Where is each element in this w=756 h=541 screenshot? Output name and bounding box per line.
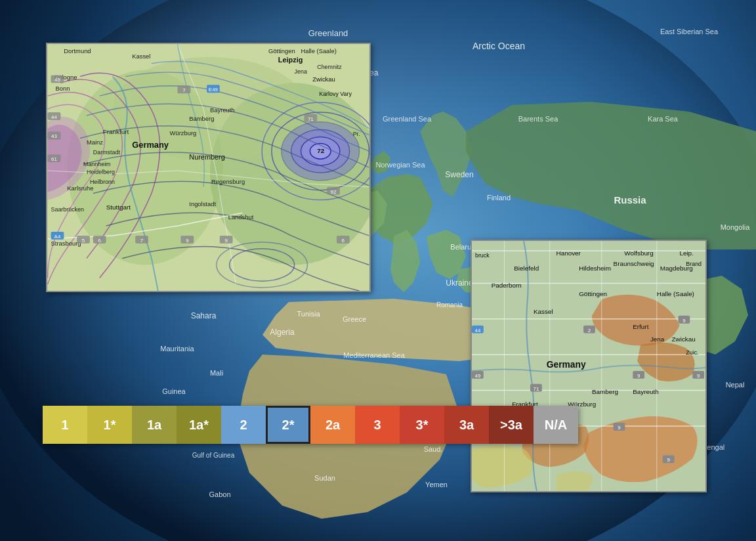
svg-text:71: 71 (534, 386, 539, 392)
label-east-siberian-sea: East Siberian Sea (660, 28, 719, 35)
svg-text:Leipzig: Leipzig (278, 56, 303, 64)
svg-text:44: 44 (475, 328, 481, 334)
svg-text:44: 44 (51, 114, 57, 120)
label-guinea: Guinea (162, 387, 186, 395)
svg-text:Mannheim: Mannheim (83, 161, 111, 167)
legend-item-1astar[interactable]: 1a* (177, 406, 221, 444)
svg-text:49: 49 (475, 373, 481, 379)
svg-text:72: 72 (317, 147, 324, 154)
label-ukraine: Ukraine (446, 278, 473, 288)
svg-text:Wolfsburg: Wolfsburg (624, 249, 653, 257)
svg-text:9: 9 (225, 238, 228, 244)
svg-text:Brand: Brand (686, 261, 702, 267)
legend-item-3a[interactable]: 3a (444, 406, 489, 444)
label-kara-sea: Kara Sea (648, 115, 679, 123)
label-romania: Romania (436, 301, 463, 309)
svg-text:Karlsruhe: Karlsruhe (67, 184, 93, 192)
svg-text:Pr.: Pr. (353, 131, 360, 138)
legend-item-2star[interactable]: 2* (266, 406, 310, 444)
svg-text:Bielefeld: Bielefeld (514, 265, 539, 272)
svg-text:2: 2 (588, 328, 591, 334)
legend-bar: 11*1a1a*22*2a33*3a>3aN/A (43, 406, 578, 444)
svg-text:49: 49 (54, 77, 60, 83)
svg-text:Jena: Jena (295, 68, 307, 75)
svg-text:Dortmund: Dortmund (64, 47, 91, 54)
svg-text:A4: A4 (54, 234, 61, 240)
svg-text:Jena: Jena (650, 335, 665, 343)
svg-text:9: 9 (186, 238, 189, 244)
label-mali: Mali (210, 369, 223, 377)
label-mediterranean: Mediterranean Sea (343, 351, 405, 359)
svg-text:Ingolstadt: Ingolstadt (189, 200, 216, 207)
legend-item-2a[interactable]: 2a (310, 406, 355, 444)
svg-text:9: 9 (667, 457, 670, 463)
label-sahara: Sahara (191, 311, 217, 320)
weather-inset-right: Hanover Wolfsburg Bielefeld Hildesheim B… (471, 240, 707, 492)
svg-text:Hanover: Hanover (556, 249, 581, 257)
svg-text:E49: E49 (209, 87, 219, 93)
svg-text:Zuic.: Zuic. (686, 349, 698, 356)
svg-text:Darmstadt: Darmstadt (93, 149, 121, 156)
svg-text:Landshut: Landshut (228, 213, 254, 221)
svg-text:Halle (Saale): Halle (Saale) (657, 290, 694, 297)
weather-inset-left: 72 (46, 43, 371, 292)
label-gabon: Gabon (209, 490, 230, 498)
svg-text:7: 7 (182, 87, 185, 93)
legend-item-1star[interactable]: 1* (87, 406, 132, 444)
legend-item-na[interactable]: N/A (534, 406, 578, 444)
svg-text:Chemnitz: Chemnitz (317, 64, 342, 70)
label-mauritania: Mauritania (160, 345, 194, 353)
svg-text:5: 5 (82, 238, 85, 244)
label-arctic-ocean: Arctic Ocean (472, 41, 525, 51)
svg-text:Göttingen: Göttingen (579, 290, 607, 297)
svg-text:Kassel: Kassel (132, 53, 150, 60)
label-nepal: Nepal (726, 381, 745, 389)
svg-text:Frankfurt: Frankfurt (103, 128, 129, 135)
svg-text:Heilbronn: Heilbronn (90, 179, 115, 185)
label-saudi: Saud. (424, 445, 443, 453)
svg-text:Zwickau: Zwickau (672, 335, 696, 343)
svg-text:Bayreuth: Bayreuth (210, 106, 235, 114)
svg-text:Paderborn: Paderborn (492, 282, 522, 289)
legend-item-2[interactable]: 2 (221, 406, 266, 444)
svg-text:Stuttgart: Stuttgart (106, 204, 131, 211)
legend-item-1a[interactable]: 1a (132, 406, 177, 444)
label-algeria: Algeria (270, 328, 295, 337)
svg-text:9: 9 (637, 373, 640, 379)
label-sweden: Sweden (445, 170, 473, 179)
svg-text:9: 9 (697, 373, 700, 379)
svg-text:Göttingen: Göttingen (268, 47, 295, 54)
svg-text:Saarbrücken: Saarbrücken (51, 206, 84, 213)
svg-text:Germany: Germany (132, 140, 169, 150)
legend-item-3aplus[interactable]: >3a (489, 406, 534, 444)
svg-text:Bonn: Bonn (55, 85, 70, 92)
svg-text:Karlovy Vary: Karlovy Vary (319, 91, 352, 97)
legend-item-1[interactable]: 1 (43, 406, 87, 444)
svg-text:Braunschweig: Braunschweig (614, 260, 654, 267)
svg-text:Heidelberg: Heidelberg (87, 169, 115, 175)
svg-text:Kassel: Kassel (534, 308, 553, 315)
svg-text:Mainz: Mainz (87, 139, 103, 146)
svg-text:Leip.: Leip. (679, 249, 693, 257)
legend-item-3star[interactable]: 3* (400, 406, 444, 444)
svg-text:Zwickau: Zwickau (312, 76, 335, 83)
svg-text:Hildesheim: Hildesheim (579, 265, 611, 272)
label-greece: Greece (343, 315, 366, 323)
svg-text:Bamberg: Bamberg (592, 388, 618, 395)
svg-text:Erfurt: Erfurt (633, 323, 648, 330)
svg-text:Halle (Saale): Halle (Saale) (301, 47, 336, 54)
svg-text:Germany: Germany (547, 359, 586, 370)
svg-text:7: 7 (140, 238, 143, 244)
label-gulf-guinea: Gulf of Guinea (192, 452, 235, 459)
svg-text:61: 61 (51, 156, 57, 162)
svg-text:43: 43 (51, 133, 57, 139)
svg-text:Nuremberg: Nuremberg (189, 153, 224, 161)
label-sudan: Sudan (314, 474, 335, 482)
label-finland: Finland (487, 194, 511, 202)
svg-text:Würzburg: Würzburg (170, 129, 197, 137)
svg-text:Strasbourg: Strasbourg (51, 240, 81, 247)
label-russia: Russia (614, 194, 646, 206)
label-barents-sea: Barents Sea (518, 115, 558, 123)
legend-item-3[interactable]: 3 (355, 406, 400, 444)
label-mongolia: Mongolia (721, 223, 751, 231)
